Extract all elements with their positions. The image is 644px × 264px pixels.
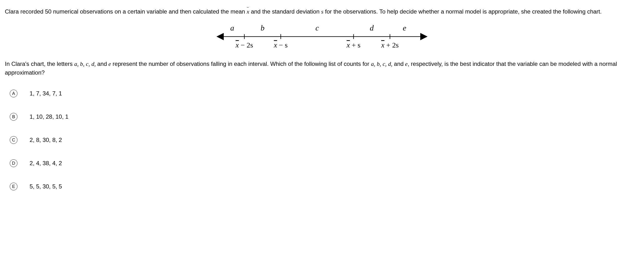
tick-label-2: x − s: [274, 41, 288, 49]
option-text-b: 1, 10, 28, 10, 1: [30, 112, 68, 121]
question-intro: Clara recorded 50 numerical observations…: [5, 7, 639, 16]
svg-text:x + s: x + s: [346, 41, 360, 49]
number-line-chart: a b c d e x − 2s x − s x + s x + 2s: [5, 23, 639, 52]
tick-label-3: x + s: [346, 41, 360, 49]
s-variable: s: [321, 8, 323, 15]
option-letter-e: E: [12, 183, 15, 190]
option-c[interactable]: C 2, 8, 30, 8, 2: [10, 136, 639, 144]
svg-text:x + 2s: x + 2s: [381, 41, 399, 49]
interval-label-a: a: [230, 23, 234, 32]
options-list: A 1, 7, 34, 7, 1 B 1, 10, 28, 10, 1 C 2,…: [5, 89, 639, 191]
question-second: In Clara's chart, the letters a, b, c, d…: [5, 60, 639, 77]
option-circle-a: A: [10, 90, 18, 97]
option-letter-c: C: [12, 137, 15, 143]
e-1: e: [107, 61, 111, 67]
option-letter-d: D: [12, 160, 15, 167]
tick-label-1: x − 2s: [235, 41, 253, 49]
option-circle-d: D: [10, 159, 18, 167]
letters-1: a, b, c, d,: [74, 61, 97, 67]
e-2: e: [404, 61, 408, 67]
option-text-c: 2, 8, 30, 8, 2: [30, 136, 62, 144]
intro-text-1: Clara recorded 50 numerical observations…: [5, 8, 247, 15]
interval-label-c: c: [316, 23, 319, 32]
option-letter-a: A: [12, 90, 15, 97]
svg-text:x − s: x − s: [274, 41, 288, 49]
interval-label-d: d: [370, 23, 374, 32]
option-d[interactable]: D 2, 4, 38, 4, 2: [10, 159, 639, 168]
option-circle-e: E: [10, 183, 18, 190]
svg-text:x − 2s: x − 2s: [235, 41, 253, 49]
option-e[interactable]: E 5, 5, 30, 5, 5: [10, 182, 639, 191]
and-2: and: [394, 61, 404, 67]
option-letter-b: B: [12, 114, 15, 120]
chart-svg: a b c d e x − 2s x − s x + s x + 2s: [213, 23, 431, 52]
intro-text-2: and the standard deviation: [249, 8, 321, 15]
xbar-symbol: x: [247, 7, 250, 16]
second-text-1: In Clara's chart, the letters: [5, 61, 74, 67]
option-circle-c: C: [10, 136, 18, 144]
option-text-a: 1, 7, 34, 7, 1: [30, 89, 62, 98]
option-b[interactable]: B 1, 10, 28, 10, 1: [10, 112, 639, 121]
interval-label-b: b: [260, 23, 264, 32]
tick-label-4: x + 2s: [381, 41, 399, 49]
letters-2: a, b, c, d,: [371, 61, 394, 67]
intro-text-3: for the observations. To help decide whe…: [324, 8, 602, 15]
option-circle-b: B: [10, 113, 18, 121]
interval-label-e: e: [403, 23, 406, 32]
option-a[interactable]: A 1, 7, 34, 7, 1: [10, 89, 639, 98]
second-text-2: represent the number of observations fal…: [111, 61, 371, 67]
option-text-d: 2, 4, 38, 4, 2: [30, 159, 62, 168]
option-text-e: 5, 5, 30, 5, 5: [30, 182, 62, 191]
and-1: and: [97, 61, 107, 67]
